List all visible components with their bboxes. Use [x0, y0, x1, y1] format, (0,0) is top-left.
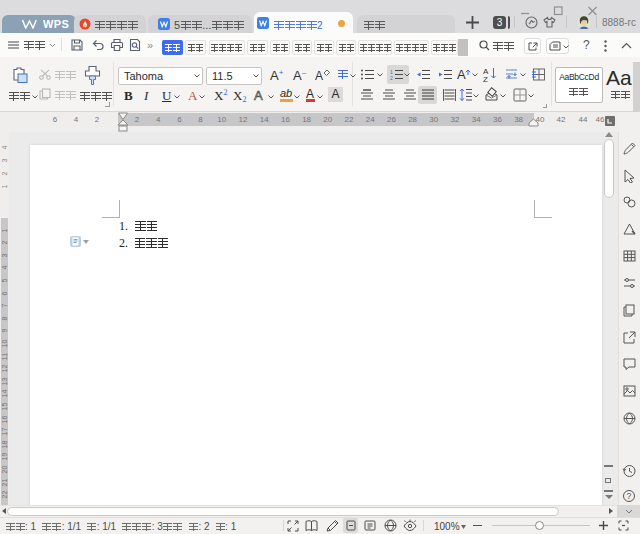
svg-text:?: ? — [627, 491, 632, 501]
svg-text:A: A — [315, 69, 323, 82]
svg-text:A: A — [457, 67, 466, 82]
svg-text:1: 1 — [390, 69, 393, 75]
svg-text:Z: Z — [483, 75, 488, 82]
svg-text:2: 2 — [390, 75, 393, 80]
svg-text:A: A — [254, 88, 263, 102]
